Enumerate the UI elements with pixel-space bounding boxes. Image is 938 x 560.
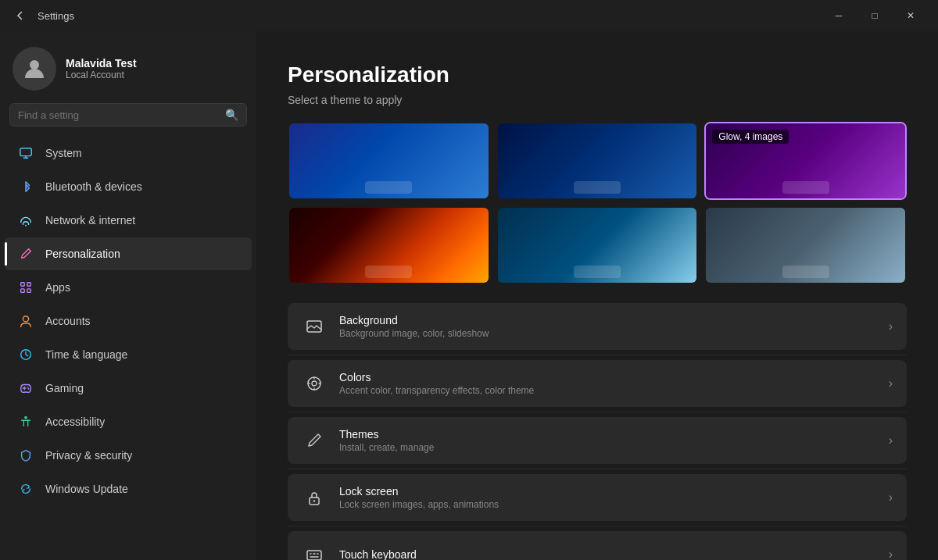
settings-item-background[interactable]: Background Background image, color, slid… (288, 303, 907, 350)
minimize-button[interactable]: ─ (821, 0, 857, 31)
user-profile[interactable]: Malavida Test Local Account (0, 31, 256, 103)
sidebar-label-bluetooth: Bluetooth & devices (45, 180, 142, 193)
update-icon (17, 480, 34, 498)
svg-rect-12 (307, 321, 321, 332)
svg-point-10 (28, 388, 30, 390)
colors-title: Colors (339, 371, 876, 383)
mini-taskbar-theme4 (365, 266, 412, 278)
sidebar-item-accounts[interactable]: Accounts (5, 305, 252, 337)
divider-3 (288, 469, 907, 469)
theme-card-theme6[interactable] (704, 206, 907, 284)
touchkeyboard-text: Touch keyboard (339, 548, 876, 560)
content-area: Personalization Select a theme to apply … (256, 31, 938, 560)
theme-preview-theme5 (498, 208, 697, 283)
svg-point-9 (27, 387, 29, 388)
theme-card-theme5[interactable] (496, 206, 699, 284)
mini-taskbar-theme6 (782, 266, 829, 278)
lockscreen-desc: Lock screen images, apps, animations (339, 499, 876, 510)
sidebar-label-network: Network & internet (45, 214, 135, 226)
sidebar-label-update: Windows Update (45, 483, 128, 495)
theme-card-theme1[interactable] (288, 122, 490, 200)
lockscreen-icon (302, 485, 327, 510)
sidebar-item-time[interactable]: Time & language (5, 338, 252, 371)
touchkeyboard-icon (302, 542, 327, 560)
colors-text: Colors Accent color, transparency effect… (339, 371, 876, 396)
sidebar-label-personalization: Personalization (45, 248, 120, 260)
mini-taskbar-theme3 (782, 181, 829, 194)
theme-card-theme2[interactable] (496, 122, 699, 200)
search-icon: 🔍 (225, 109, 238, 121)
background-icon (302, 314, 327, 339)
mini-taskbar-theme1 (365, 181, 412, 194)
sidebar-item-bluetooth[interactable]: Bluetooth & devices (5, 170, 252, 203)
close-button[interactable]: ✕ (893, 0, 929, 31)
touchkeyboard-title: Touch keyboard (339, 548, 876, 560)
accounts-icon (17, 312, 34, 330)
colors-desc: Accent color, transparency effects, colo… (339, 385, 876, 396)
settings-item-colors[interactable]: Colors Accent color, transparency effect… (288, 360, 907, 407)
time-icon (17, 346, 34, 363)
svg-point-16 (313, 500, 315, 501)
svg-rect-3 (21, 283, 25, 287)
svg-rect-4 (27, 283, 31, 287)
sidebar-label-time: Time & language (45, 348, 127, 361)
gaming-icon (17, 380, 34, 397)
main-layout: Malavida Test Local Account 🔍 System Blu… (0, 31, 938, 560)
accessibility-icon (17, 413, 34, 430)
maximize-button[interactable]: □ (857, 0, 893, 31)
svg-point-11 (24, 416, 27, 419)
apps-icon (17, 279, 34, 296)
back-button[interactable] (9, 5, 31, 27)
theme-preview-theme3: Glow, 4 images (706, 123, 905, 198)
settings-item-themes[interactable]: Themes Install, create, manage › (288, 417, 907, 464)
settings-list: Background Background image, color, slid… (288, 303, 907, 560)
svg-point-7 (23, 316, 28, 322)
background-title: Background (339, 314, 876, 326)
svg-point-14 (312, 381, 317, 386)
divider-1 (288, 355, 907, 355)
search-box[interactable]: 🔍 (9, 103, 247, 127)
lockscreen-text: Lock screen Lock screen images, apps, an… (339, 485, 876, 510)
privacy-icon (17, 447, 34, 464)
svg-rect-17 (307, 551, 321, 560)
theme-card-theme4[interactable] (288, 206, 490, 284)
theme-preview-theme1 (289, 123, 489, 198)
nav-list: System Bluetooth & devices Network & int… (0, 136, 256, 506)
sidebar-item-accessibility[interactable]: Accessibility (5, 405, 252, 438)
themes-chevron: › (889, 433, 893, 448)
divider-2 (288, 412, 907, 412)
themes-grid: Glow, 4 images (288, 122, 907, 284)
sidebar-item-update[interactable]: Windows Update (5, 473, 252, 505)
window-controls: ─ □ ✕ (821, 0, 929, 31)
background-desc: Background image, color, slideshow (339, 328, 876, 339)
touchkeyboard-chevron: › (889, 548, 893, 560)
sidebar-label-accessibility: Accessibility (45, 416, 105, 428)
theme-label-theme3: Glow, 4 images (712, 130, 789, 144)
svg-rect-6 (27, 289, 31, 293)
svg-rect-5 (21, 289, 25, 293)
sidebar-label-privacy: Privacy & security (45, 449, 132, 462)
sidebar: Malavida Test Local Account 🔍 System Blu… (0, 31, 256, 560)
sidebar-item-privacy[interactable]: Privacy & security (5, 439, 252, 472)
background-text: Background Background image, color, slid… (339, 314, 876, 339)
sidebar-item-gaming[interactable]: Gaming (5, 372, 252, 405)
mini-taskbar-theme2 (574, 181, 621, 194)
colors-chevron: › (889, 376, 893, 391)
themes-icon (302, 428, 327, 453)
sidebar-item-apps[interactable]: Apps (5, 271, 252, 304)
theme-preview-theme4 (289, 208, 489, 283)
settings-item-touchkeyboard[interactable]: Touch keyboard › (288, 531, 907, 560)
user-account-type: Local Account (66, 70, 137, 80)
theme-card-theme3[interactable]: Glow, 4 images (704, 122, 907, 200)
lockscreen-title: Lock screen (339, 485, 876, 498)
sidebar-item-system[interactable]: System (5, 137, 252, 169)
lockscreen-chevron: › (889, 490, 893, 505)
sidebar-item-personalization[interactable]: Personalization (5, 237, 252, 270)
themes-text: Themes Install, create, manage (339, 428, 876, 453)
avatar (13, 47, 56, 91)
search-input[interactable] (18, 109, 219, 121)
sidebar-item-network[interactable]: Network & internet (5, 204, 252, 237)
colors-icon (302, 371, 327, 396)
settings-item-lockscreen[interactable]: Lock screen Lock screen images, apps, an… (288, 474, 907, 521)
network-icon (17, 212, 34, 229)
